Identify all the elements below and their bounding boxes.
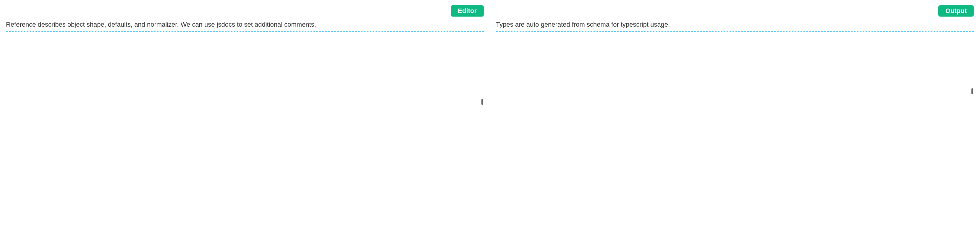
right-description: Types are auto generated from schema for…	[496, 21, 974, 29]
right-panel: Output Types are auto generated from sch…	[490, 0, 980, 250]
right-divider	[496, 31, 974, 32]
right-code-area[interactable]	[496, 34, 974, 250]
left-panel: Editor Reference describes object shape,…	[0, 0, 490, 250]
left-tabs-row: Editor	[6, 5, 484, 17]
left-code-area[interactable]	[6, 34, 484, 250]
left-scrollbar[interactable]	[481, 99, 483, 105]
left-divider	[6, 31, 484, 32]
left-description: Reference describes object shape, defaul…	[6, 21, 484, 29]
right-scrollbar[interactable]	[971, 88, 973, 94]
output-button[interactable]: Output	[938, 5, 974, 17]
editor-button[interactable]: Editor	[451, 5, 484, 17]
right-tabs-row: Output	[496, 5, 974, 17]
